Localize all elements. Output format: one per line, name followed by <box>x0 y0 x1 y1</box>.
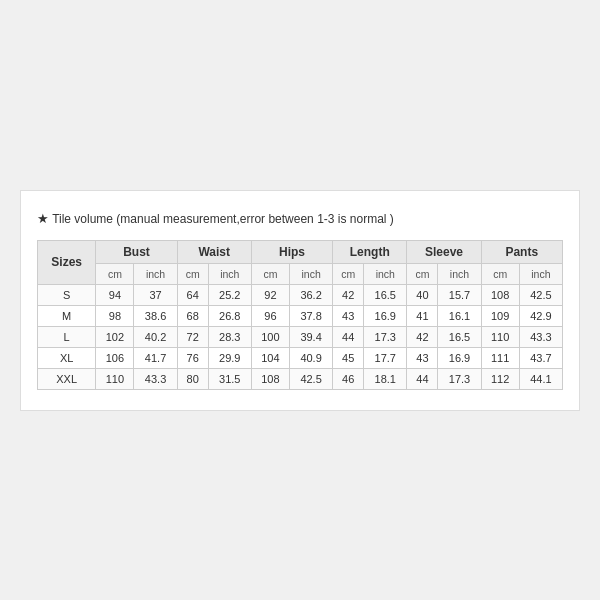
cell-3-12: 43.7 <box>519 347 562 368</box>
unit-length-inch: inch <box>364 263 407 284</box>
hips-header: Hips <box>251 240 332 263</box>
cell-1-6: 37.8 <box>290 305 333 326</box>
cell-2-7: 44 <box>333 326 364 347</box>
cell-1-0: M <box>38 305 96 326</box>
cell-1-11: 109 <box>481 305 519 326</box>
cell-2-5: 100 <box>251 326 289 347</box>
cell-3-11: 111 <box>481 347 519 368</box>
cell-2-6: 39.4 <box>290 326 333 347</box>
cell-3-9: 43 <box>407 347 438 368</box>
sizes-header: Sizes <box>38 240 96 284</box>
cell-4-11: 112 <box>481 368 519 389</box>
cell-3-10: 16.9 <box>438 347 481 368</box>
cell-3-5: 104 <box>251 347 289 368</box>
unit-pants-cm: cm <box>481 263 519 284</box>
cell-0-11: 108 <box>481 284 519 305</box>
measurement-note: ★ Tile volume (manual measurement,error … <box>37 211 563 226</box>
cell-1-3: 68 <box>177 305 208 326</box>
waist-header: Waist <box>177 240 251 263</box>
cell-0-12: 42.5 <box>519 284 562 305</box>
cell-2-8: 17.3 <box>364 326 407 347</box>
cell-0-1: 94 <box>96 284 134 305</box>
cell-2-2: 40.2 <box>134 326 177 347</box>
note-text: Tile volume (manual measurement,error be… <box>52 212 394 226</box>
length-header: Length <box>333 240 407 263</box>
cell-3-2: 41.7 <box>134 347 177 368</box>
cell-4-4: 31.5 <box>208 368 251 389</box>
cell-4-2: 43.3 <box>134 368 177 389</box>
unit-sleeve-inch: inch <box>438 263 481 284</box>
cell-4-6: 42.5 <box>290 368 333 389</box>
cell-2-0: L <box>38 326 96 347</box>
unit-length-cm: cm <box>333 263 364 284</box>
unit-pants-inch: inch <box>519 263 562 284</box>
sleeve-header: Sleeve <box>407 240 481 263</box>
cell-4-9: 44 <box>407 368 438 389</box>
cell-3-7: 45 <box>333 347 364 368</box>
cell-1-10: 16.1 <box>438 305 481 326</box>
cell-3-1: 106 <box>96 347 134 368</box>
cell-4-12: 44.1 <box>519 368 562 389</box>
unit-bust-inch: inch <box>134 263 177 284</box>
cell-0-8: 16.5 <box>364 284 407 305</box>
table-row: S94376425.29236.24216.54015.710842.5 <box>38 284 563 305</box>
cell-1-9: 41 <box>407 305 438 326</box>
cell-0-2: 37 <box>134 284 177 305</box>
cell-4-0: XXL <box>38 368 96 389</box>
cell-0-3: 64 <box>177 284 208 305</box>
cell-1-12: 42.9 <box>519 305 562 326</box>
cell-4-5: 108 <box>251 368 289 389</box>
unit-bust-cm: cm <box>96 263 134 284</box>
cell-0-9: 40 <box>407 284 438 305</box>
cell-0-5: 92 <box>251 284 289 305</box>
unit-hips-cm: cm <box>251 263 289 284</box>
pants-header: Pants <box>481 240 562 263</box>
cell-3-4: 29.9 <box>208 347 251 368</box>
bust-header: Bust <box>96 240 177 263</box>
unit-hips-inch: inch <box>290 263 333 284</box>
cell-0-7: 42 <box>333 284 364 305</box>
cell-2-4: 28.3 <box>208 326 251 347</box>
unit-waist-cm: cm <box>177 263 208 284</box>
cell-2-1: 102 <box>96 326 134 347</box>
table-row: M9838.66826.89637.84316.94116.110942.9 <box>38 305 563 326</box>
cell-2-12: 43.3 <box>519 326 562 347</box>
cell-1-2: 38.6 <box>134 305 177 326</box>
cell-3-6: 40.9 <box>290 347 333 368</box>
cell-1-4: 26.8 <box>208 305 251 326</box>
cell-0-4: 25.2 <box>208 284 251 305</box>
cell-0-10: 15.7 <box>438 284 481 305</box>
cell-0-0: S <box>38 284 96 305</box>
unit-sleeve-cm: cm <box>407 263 438 284</box>
cell-1-8: 16.9 <box>364 305 407 326</box>
cell-2-11: 110 <box>481 326 519 347</box>
table-row: XXL11043.38031.510842.54618.14417.311244… <box>38 368 563 389</box>
cell-4-10: 17.3 <box>438 368 481 389</box>
unit-waist-inch: inch <box>208 263 251 284</box>
cell-1-7: 43 <box>333 305 364 326</box>
cell-3-3: 76 <box>177 347 208 368</box>
table-row: XL10641.77629.910440.94517.74316.911143.… <box>38 347 563 368</box>
star-icon: ★ <box>37 211 49 226</box>
cell-4-8: 18.1 <box>364 368 407 389</box>
main-container: ★ Tile volume (manual measurement,error … <box>20 190 580 411</box>
cell-3-0: XL <box>38 347 96 368</box>
cell-1-1: 98 <box>96 305 134 326</box>
size-table: Sizes Bust Waist Hips Length Sleeve Pant… <box>37 240 563 390</box>
cell-2-10: 16.5 <box>438 326 481 347</box>
cell-1-5: 96 <box>251 305 289 326</box>
cell-4-1: 110 <box>96 368 134 389</box>
cell-3-8: 17.7 <box>364 347 407 368</box>
cell-4-7: 46 <box>333 368 364 389</box>
table-row: L10240.27228.310039.44417.34216.511043.3 <box>38 326 563 347</box>
cell-4-3: 80 <box>177 368 208 389</box>
cell-0-6: 36.2 <box>290 284 333 305</box>
cell-2-9: 42 <box>407 326 438 347</box>
cell-2-3: 72 <box>177 326 208 347</box>
